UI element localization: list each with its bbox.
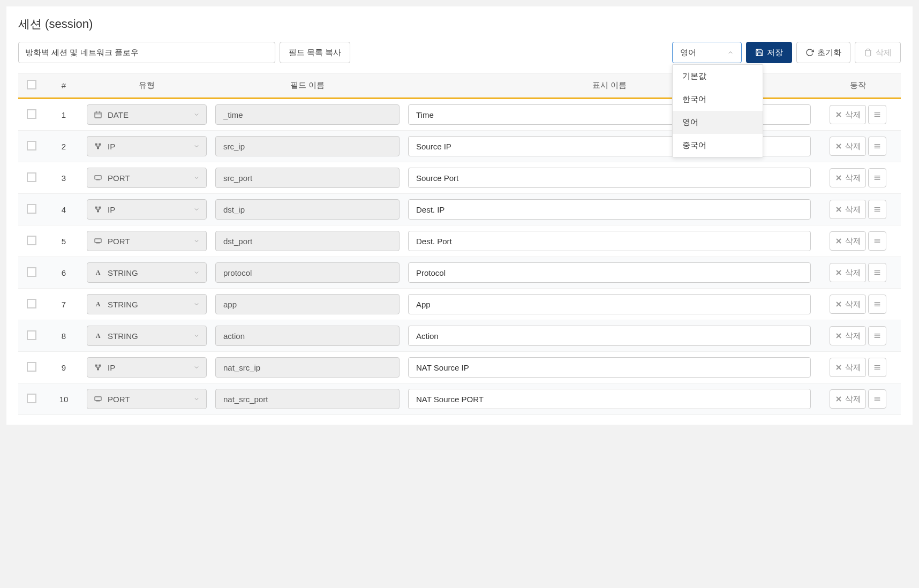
row-drag-handle[interactable] (868, 200, 886, 219)
copy-fields-button[interactable]: 필드 목록 복사 (280, 42, 350, 63)
close-icon (834, 395, 843, 403)
type-select[interactable]: IP (87, 136, 207, 156)
type-select[interactable]: STRING (87, 294, 207, 314)
menu-icon (873, 237, 882, 245)
field-name-input[interactable] (215, 357, 400, 378)
type-select[interactable]: PORT (87, 231, 207, 251)
session-panel: 세션 (session) 필드 목록 복사 영어 기본값 한국어 영어 중국어 … (6, 6, 913, 425)
type-select[interactable]: IP (87, 357, 207, 378)
type-select[interactable]: IP (87, 199, 207, 220)
row-delete-button[interactable]: 삭제 (830, 231, 866, 251)
row-delete-button[interactable]: 삭제 (830, 389, 866, 409)
delete-button[interactable]: 삭제 (855, 42, 901, 63)
language-select[interactable]: 영어 (672, 42, 742, 63)
field-name-input[interactable] (215, 168, 400, 188)
menu-icon (873, 363, 882, 372)
row-drag-handle[interactable] (868, 326, 886, 345)
menu-icon (873, 142, 882, 150)
type-select[interactable]: PORT (87, 389, 207, 409)
field-name-input[interactable] (215, 389, 400, 409)
row-drag-handle[interactable] (868, 137, 886, 156)
type-label: IP (108, 205, 115, 214)
row-checkbox[interactable] (27, 172, 36, 182)
type-label: IP (108, 142, 115, 151)
table-row: 3PORT삭제 (18, 162, 901, 194)
row-drag-handle[interactable] (868, 231, 886, 251)
toolbar: 필드 목록 복사 영어 기본값 한국어 영어 중국어 저장 초기화 삭제 (18, 42, 901, 63)
row-drag-handle[interactable] (868, 263, 886, 282)
field-name-input[interactable] (215, 326, 400, 346)
type-select[interactable]: STRING (87, 262, 207, 283)
reset-button[interactable]: 초기화 (796, 42, 850, 63)
lang-option-default[interactable]: 기본값 (673, 65, 763, 88)
row-delete-button[interactable]: 삭제 (830, 295, 866, 314)
field-name-input[interactable] (215, 136, 400, 156)
display-name-input[interactable] (408, 326, 811, 346)
display-name-input[interactable] (408, 262, 811, 283)
display-name-input[interactable] (408, 294, 811, 314)
menu-icon (873, 395, 882, 403)
save-icon (755, 48, 764, 57)
fields-table: # 유형 필드 이름 표시 이름 동작 1DATE삭제 2IP삭제 3PORT삭… (18, 73, 901, 415)
close-icon (834, 205, 843, 214)
field-name-input[interactable] (215, 262, 400, 283)
close-icon (834, 142, 843, 150)
lang-option-korean[interactable]: 한국어 (673, 88, 763, 111)
row-drag-handle[interactable] (868, 105, 886, 124)
row-number: 3 (45, 162, 82, 194)
row-delete-button[interactable]: 삭제 (830, 326, 866, 345)
display-name-input[interactable] (408, 357, 811, 378)
row-delete-button[interactable]: 삭제 (830, 263, 866, 282)
col-type: 유형 (82, 73, 211, 99)
row-checkbox[interactable] (27, 236, 36, 245)
row-drag-handle[interactable] (868, 358, 886, 377)
lang-option-english[interactable]: 영어 (673, 111, 763, 134)
type-select[interactable]: DATE (87, 104, 207, 125)
chevron-down-icon (193, 111, 200, 118)
field-name-input[interactable] (215, 294, 400, 314)
row-delete-button[interactable]: 삭제 (830, 200, 866, 219)
save-button[interactable]: 저장 (746, 42, 792, 63)
row-number: 7 (45, 289, 82, 320)
display-name-input[interactable] (408, 389, 811, 409)
description-input[interactable] (18, 42, 275, 63)
table-row: 5PORT삭제 (18, 225, 901, 257)
row-drag-handle[interactable] (868, 389, 886, 409)
table-header: # 유형 필드 이름 표시 이름 동작 (18, 73, 901, 99)
row-checkbox[interactable] (27, 204, 36, 214)
field-name-input[interactable] (215, 104, 400, 125)
row-checkbox[interactable] (27, 267, 36, 277)
row-drag-handle[interactable] (868, 168, 886, 187)
row-delete-button[interactable]: 삭제 (830, 358, 866, 377)
display-name-input[interactable] (408, 199, 811, 220)
row-checkbox[interactable] (27, 141, 36, 150)
type-select[interactable]: STRING (87, 326, 207, 346)
chevron-down-icon (193, 206, 200, 213)
display-name-input[interactable] (408, 231, 811, 251)
lang-option-chinese[interactable]: 중국어 (673, 134, 763, 157)
type-label: PORT (108, 395, 130, 404)
field-name-input[interactable] (215, 199, 400, 220)
row-checkbox[interactable] (27, 299, 36, 308)
row-drag-handle[interactable] (868, 295, 886, 314)
row-checkbox[interactable] (27, 362, 36, 372)
type-select[interactable]: PORT (87, 168, 207, 188)
row-delete-button[interactable]: 삭제 (830, 168, 866, 187)
menu-icon (873, 268, 882, 277)
display-name-input[interactable] (408, 168, 811, 188)
row-number: 1 (45, 99, 82, 131)
row-delete-button[interactable]: 삭제 (830, 105, 866, 124)
row-delete-button[interactable]: 삭제 (830, 137, 866, 156)
chevron-down-icon (193, 396, 200, 402)
chevron-down-icon (193, 238, 200, 244)
ip-icon (94, 205, 102, 214)
row-number: 4 (45, 194, 82, 225)
port-icon (94, 174, 102, 182)
chevron-up-icon (727, 49, 734, 56)
string-icon (94, 300, 102, 308)
row-checkbox[interactable] (27, 330, 36, 340)
select-all-checkbox[interactable] (27, 80, 36, 89)
row-checkbox[interactable] (27, 109, 36, 119)
field-name-input[interactable] (215, 231, 400, 251)
row-checkbox[interactable] (27, 394, 36, 403)
